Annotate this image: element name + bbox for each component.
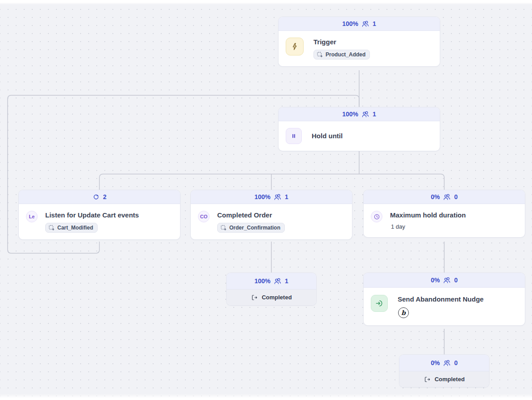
canvas-bottom-fade — [0, 394, 532, 400]
lightning-icon — [286, 38, 304, 55]
exit-final-stats: 0% 0 — [399, 355, 489, 371]
event-badge-label: Product_Added — [326, 51, 365, 58]
stat-percent: 100% — [342, 20, 358, 27]
avatar: CO — [198, 211, 210, 222]
stat-count: 1 — [285, 193, 288, 200]
exit-label: Completed — [262, 294, 292, 301]
node-completed-order[interactable]: 100% 1 CO Completed Order Order_Confirma… — [191, 190, 352, 239]
stat-percent: 100% — [342, 111, 358, 118]
event-badge: Order_Confirmation — [217, 223, 285, 233]
stat-count: 1 — [285, 277, 288, 285]
users-icon — [443, 193, 451, 200]
loop-refresh-icon — [92, 193, 100, 201]
stat-count: 0 — [454, 193, 458, 200]
event-dashed-square-icon — [317, 52, 323, 58]
stat-count: 1 — [373, 111, 376, 118]
stat-count: 1 — [373, 20, 376, 27]
exit-door-icon — [251, 294, 258, 301]
node-send-abandonment-nudge[interactable]: 0% 0 Send Abandonment Nudge b — [364, 273, 525, 325]
node-trigger[interactable]: 100% 1 Trigger Product_Added — [279, 17, 440, 66]
canvas-top-fade — [0, 0, 532, 4]
journey-canvas[interactable]: 100% 1 Trigger Product_Added 100% 1 — [0, 0, 532, 400]
node-trigger-stats: 100% 1 — [279, 17, 440, 31]
edge-branch-rail — [99, 174, 444, 190]
node-title: Maximum hold duration — [390, 211, 466, 220]
event-badge-label: Cart_Modified — [57, 225, 93, 231]
stat-count: 0 — [454, 359, 458, 366]
event-dashed-square-icon — [221, 225, 227, 231]
exit-order-stats: 100% 1 — [227, 273, 316, 289]
stat-percent: 100% — [254, 193, 270, 200]
event-badge: Cart_Modified — [45, 223, 98, 233]
users-icon — [443, 359, 451, 366]
event-dashed-square-icon — [49, 225, 55, 231]
event-badge-label: Order_Confirmation — [229, 225, 280, 231]
users-icon — [274, 277, 282, 285]
brand-b-icon: b — [398, 307, 409, 318]
node-maxhold-stats: 0% 0 — [364, 190, 525, 204]
users-icon — [443, 277, 451, 284]
users-icon — [361, 20, 369, 27]
stat-percent: 0% — [431, 359, 440, 366]
node-listen-stats: 2 — [19, 190, 180, 204]
stat-loop-count: 2 — [103, 193, 107, 200]
node-listen-cart-events[interactable]: 2 Le Listen for Update Cart events Cart_… — [19, 190, 180, 239]
node-title: Trigger — [313, 38, 370, 47]
exit-door-icon — [424, 376, 431, 383]
node-hold-until[interactable]: 100% 1 Hold until — [279, 107, 440, 151]
node-order-stats: 100% 1 — [191, 190, 352, 204]
duration-value: 1 day — [391, 223, 466, 230]
stat-percent: 0% — [431, 193, 440, 200]
event-badge: Product_Added — [313, 50, 370, 60]
node-title: Listen for Update Cart events — [45, 211, 139, 220]
node-nudge-stats: 0% 0 — [364, 273, 525, 288]
clock-icon — [371, 211, 382, 222]
users-icon — [361, 111, 369, 118]
node-hold-stats: 100% 1 — [279, 107, 440, 121]
node-title: Hold until — [312, 132, 343, 140]
node-title: Completed Order — [217, 211, 285, 220]
stat-percent: 100% — [254, 277, 270, 285]
node-exit-final[interactable]: 0% 0 Completed — [399, 355, 489, 387]
node-max-hold-duration[interactable]: 0% 0 Maximum hold duration 1 day — [364, 190, 525, 237]
node-title: Send Abandonment Nudge — [398, 295, 484, 304]
pause-icon — [286, 128, 302, 144]
exit-label: Completed — [434, 376, 464, 383]
users-icon — [274, 193, 282, 200]
enter-arrow-icon — [371, 295, 388, 312]
stat-percent: 0% — [431, 277, 440, 284]
node-exit-completed-order[interactable]: 100% 1 Completed — [227, 273, 316, 305]
avatar: Le — [26, 211, 38, 222]
stat-count: 0 — [454, 277, 458, 284]
